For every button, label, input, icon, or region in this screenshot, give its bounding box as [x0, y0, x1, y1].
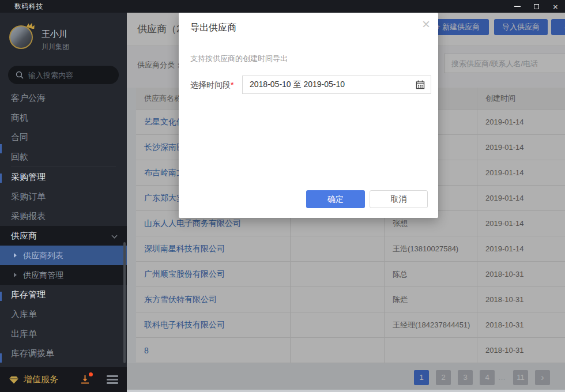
section-marker	[0, 174, 2, 183]
section-marker	[0, 144, 2, 153]
crown-icon	[27, 22, 36, 29]
date-range-label: 选择时间段*	[190, 80, 233, 91]
sidebar-item-transfer[interactable]: 库存调拨单	[0, 344, 127, 363]
user-name: 王小川	[42, 29, 67, 40]
sidebar-scrollbar[interactable]	[123, 242, 126, 363]
avatar-photo	[9, 25, 33, 49]
minimize-icon	[514, 6, 521, 7]
download-icon	[80, 375, 90, 384]
sidebar-item-label: 供应商	[11, 231, 37, 240]
window-controls: ×	[508, 0, 565, 13]
sidebar-group-supplier: 供应商 供应商列表 供应商管理	[0, 226, 127, 285]
sidebar: 王小川 川川集团 客户公海 商机 合同 回款 采购管理 采购订单 采购报表 供应…	[0, 13, 127, 392]
sidebar-item-label: 供应商列表	[23, 251, 63, 260]
sidebar-item-supplier[interactable]: 供应商	[0, 226, 127, 246]
search-icon	[16, 71, 24, 79]
app-title: 数码科技	[14, 2, 43, 12]
menu-icon[interactable]	[107, 374, 118, 386]
sidebar-item-contract[interactable]: 合同	[0, 127, 127, 147]
confirm-button[interactable]: 确定	[306, 190, 365, 208]
caret-right-icon	[14, 253, 17, 258]
close-icon: ×	[553, 2, 558, 11]
export-supplier-modal: 导出供应商 × 支持按供应商的创建时间导出 选择时间段* 确定 取消	[179, 13, 438, 218]
vip-services-label[interactable]: 增值服务	[24, 374, 58, 385]
sidebar-item-supplier-manage[interactable]: 供应商管理	[0, 265, 127, 285]
modal-hint-text: 支持按供应商的创建时间导出	[190, 54, 288, 64]
caret-right-icon	[14, 273, 17, 277]
date-range-picker[interactable]	[242, 76, 431, 94]
sidebar-item-purchase-order[interactable]: 采购订单	[0, 187, 127, 206]
maximize-icon	[534, 4, 539, 9]
sidebar-section-purchase[interactable]: 采购管理	[0, 167, 127, 187]
sidebar-item-payment[interactable]: 回款	[0, 147, 127, 167]
maximize-button[interactable]	[527, 0, 546, 13]
sidebar-search-input[interactable]	[28, 71, 109, 80]
sidebar-item-outbound[interactable]: 出库单	[0, 324, 127, 344]
calendar-icon[interactable]	[416, 80, 425, 89]
modal-title: 导出供应商	[190, 22, 236, 34]
sidebar-item-purchase-report[interactable]: 采购报表	[0, 206, 127, 226]
sidebar-menu: 客户公海 商机 合同 回款 采购管理 采购订单 采购报表 供应商 供应商列表 供…	[0, 88, 127, 363]
date-range-input[interactable]	[243, 80, 416, 89]
sidebar-search-box[interactable]	[8, 66, 119, 84]
chevron-down-icon	[112, 233, 118, 239]
diamond-icon	[9, 376, 19, 384]
required-asterisk: *	[231, 80, 233, 89]
close-window-button[interactable]: ×	[546, 0, 565, 13]
app-window: 数码科技 × 王小川 川川集团 客户公海 商机 合同 回款	[0, 0, 565, 392]
section-marker	[0, 353, 2, 363]
titlebar: 数码科技 ×	[0, 0, 565, 13]
close-icon: ×	[422, 16, 430, 32]
section-marker	[0, 292, 2, 301]
sidebar-item-customer-pool[interactable]: 客户公海	[0, 88, 127, 108]
sidebar-item-inbound[interactable]: 入库单	[0, 304, 127, 324]
notification-dot	[89, 372, 93, 376]
download-button[interactable]	[80, 375, 92, 385]
sidebar-section-inventory[interactable]: 库存管理	[0, 285, 127, 304]
sidebar-item-supplier-list[interactable]: 供应商列表	[0, 246, 127, 265]
sidebar-item-opportunity[interactable]: 商机	[0, 108, 127, 127]
user-org: 川川集团	[42, 42, 69, 52]
cancel-button[interactable]: 取消	[370, 190, 428, 208]
window-bottom-edge	[127, 390, 565, 392]
modal-close-button[interactable]: ×	[422, 17, 430, 31]
sidebar-item-label: 供应商管理	[23, 270, 63, 280]
minimize-button[interactable]	[508, 0, 527, 13]
avatar[interactable]	[9, 25, 35, 51]
sidebar-footer: 增值服务	[0, 367, 127, 392]
